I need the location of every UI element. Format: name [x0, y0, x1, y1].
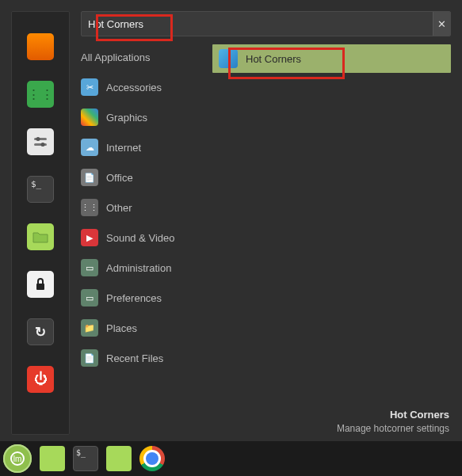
- result-hot-corners[interactable]: Hot Corners: [212, 44, 451, 73]
- menu-right-column: ✕ All Applications ✂ Accessories Graphic…: [70, 11, 451, 435]
- places-icon: 📁: [81, 319, 98, 337]
- category-label: Sound & Video: [106, 232, 175, 244]
- svg-rect-1: [34, 143, 47, 146]
- category-office[interactable]: 📄 Office: [81, 168, 200, 187]
- svg-point-3: [41, 143, 45, 147]
- hot-corners-icon: [219, 49, 238, 68]
- other-icon: ⋮⋮: [81, 199, 98, 216]
- category-sound-video[interactable]: ▶ Sound & Video: [81, 228, 200, 247]
- category-graphics[interactable]: Graphics: [81, 108, 200, 127]
- software-manager-icon[interactable]: ⋮⋮: [27, 81, 54, 108]
- taskbar-terminal-icon[interactable]: [73, 446, 98, 471]
- category-label: Graphics: [106, 112, 147, 124]
- recent-files-icon: 📄: [81, 349, 98, 367]
- category-label: Accessories: [106, 82, 162, 93]
- search-input[interactable]: [88, 18, 426, 30]
- category-label: Other: [106, 202, 132, 214]
- category-accessories[interactable]: ✂ Accessories: [81, 78, 200, 97]
- svg-text:lm: lm: [13, 455, 22, 463]
- menu-content: All Applications ✂ Accessories Graphics …: [81, 44, 451, 405]
- logout-icon[interactable]: ↻: [27, 318, 54, 345]
- results-column: Hot Corners: [212, 44, 451, 405]
- category-label: Administration: [106, 262, 171, 274]
- category-recent-files[interactable]: 📄 Recent Files: [81, 348, 200, 367]
- search-input-wrap: [82, 12, 433, 36]
- category-preferences[interactable]: ▭ Preferences: [81, 288, 200, 307]
- terminal-icon[interactable]: [27, 176, 54, 203]
- category-label: Places: [106, 322, 137, 334]
- category-internet[interactable]: ☁ Internet: [81, 138, 200, 157]
- start-menu-panel: ⋮⋮ ↻ ⏻ ✕ All Applications ✂: [0, 0, 462, 441]
- accessories-icon: ✂: [81, 78, 98, 96]
- svg-rect-0: [34, 138, 47, 140]
- internet-icon: ☁: [81, 139, 98, 156]
- svg-rect-4: [36, 284, 44, 290]
- category-administration[interactable]: ▭ Administration: [81, 258, 200, 277]
- category-places[interactable]: 📁 Places: [81, 318, 200, 337]
- shutdown-icon[interactable]: ⏻: [27, 366, 54, 393]
- category-label: Office: [106, 172, 133, 184]
- sound-video-icon: ▶: [81, 229, 98, 246]
- result-label: Hot Corners: [246, 53, 301, 65]
- favorites-column: ⋮⋮ ↻ ⏻: [11, 11, 70, 435]
- files-icon[interactable]: [27, 223, 54, 250]
- search-row: ✕: [81, 11, 451, 36]
- taskbar: lm: [0, 441, 462, 476]
- start-menu-button[interactable]: lm: [3, 444, 32, 473]
- lock-screen-icon[interactable]: [27, 271, 54, 298]
- taskbar-chrome-icon[interactable]: [139, 446, 165, 471]
- footer-subtitle: Manage hotcorner settings: [81, 422, 449, 435]
- firefox-icon[interactable]: [27, 33, 54, 60]
- categories-column: All Applications ✂ Accessories Graphics …: [81, 44, 200, 405]
- clear-search-icon[interactable]: ✕: [433, 12, 450, 36]
- svg-point-2: [36, 137, 40, 141]
- category-label: All Applications: [81, 51, 150, 63]
- category-label: Internet: [106, 142, 141, 154]
- preferences-icon: ▭: [81, 289, 98, 307]
- administration-icon: ▭: [81, 259, 98, 276]
- office-icon: 📄: [81, 169, 98, 186]
- graphics-icon: [81, 109, 98, 126]
- category-label: Preferences: [106, 292, 162, 304]
- category-other[interactable]: ⋮⋮ Other: [81, 198, 200, 217]
- taskbar-files-2-icon[interactable]: [106, 446, 132, 471]
- app-description-footer: Hot Corners Manage hotcorner settings: [81, 405, 451, 435]
- system-settings-icon[interactable]: [27, 128, 54, 155]
- category-all-applications[interactable]: All Applications: [81, 48, 200, 67]
- category-label: Recent Files: [106, 352, 163, 364]
- taskbar-files-icon[interactable]: [40, 446, 65, 471]
- footer-title: Hot Corners: [81, 408, 449, 422]
